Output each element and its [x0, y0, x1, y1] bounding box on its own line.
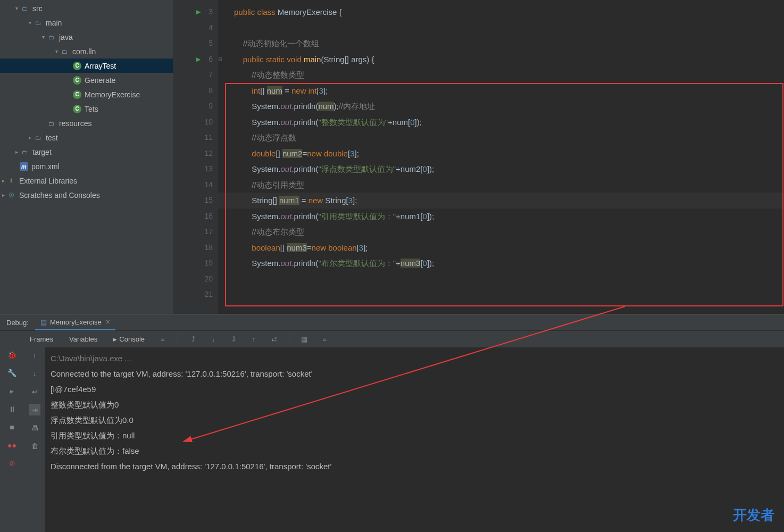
folder-src-icon: 🗀: [33, 18, 43, 28]
code-line-6[interactable]: public static void main(String[] args) {: [234, 52, 784, 68]
debug-header: Debug: ▤ MemoryExercise ×: [0, 314, 784, 330]
tree-scratches[interactable]: ⦿Scratches and Consoles: [0, 188, 173, 202]
tree-src[interactable]: 🗀src: [0, 1, 173, 15]
tree-file-MemoryExercise[interactable]: CMemoryExercise: [0, 87, 173, 102]
console-line: 布尔类型默认值为：false: [51, 443, 779, 459]
run-gutter-icon[interactable]: ▶: [196, 52, 201, 68]
evaluate-icon[interactable]: ▦: [299, 334, 310, 345]
soft-wrap-icon[interactable]: ↩: [29, 386, 40, 397]
tree-file-ArrayTest[interactable]: CArrayTest: [0, 59, 173, 73]
drop-frame-icon[interactable]: ⇄: [269, 334, 279, 345]
stop-icon[interactable]: ■: [7, 422, 18, 433]
up-icon[interactable]: ↑: [29, 350, 40, 361]
down-icon[interactable]: ↓: [29, 368, 40, 379]
editor-gutter: ▶345▶⊟6789101112131415161718192021: [173, 0, 218, 314]
breakpoints-icon[interactable]: ●●: [7, 440, 18, 451]
scratches-icon: ⦿: [6, 190, 16, 200]
tree-file-Generate[interactable]: CGenerate: [0, 73, 173, 87]
tree-file-Tets[interactable]: CTets: [0, 102, 173, 116]
tree-test[interactable]: 🗀test: [0, 130, 173, 145]
console-line: C:\Java\bin\java.exe ...: [51, 351, 779, 366]
code-line-7[interactable]: //动态整数类型: [234, 67, 784, 83]
debug-tab-label: MemoryExercise: [50, 318, 102, 326]
debug-left-toolbar: 🐞 🔧 ▸ ⏸ ■ ●● ⊘: [0, 347, 24, 532]
resume-icon[interactable]: ▸: [7, 386, 18, 396]
run-config-icon: ▤: [40, 318, 47, 326]
tree-label: main: [46, 19, 62, 27]
project-tree[interactable]: 🗀src🗀main🗀java🗀com.llnCArrayTestCGenerat…: [0, 0, 173, 314]
tree-label: src: [32, 4, 43, 13]
tree-extlib[interactable]: ⫴External Libraries: [0, 173, 173, 188]
list-icon[interactable]: ≡: [157, 334, 168, 345]
code-line-3[interactable]: public class MemoryExercise {: [234, 4, 784, 20]
mute-bp-icon[interactable]: ⊘: [7, 458, 18, 469]
chevron-icon: [53, 48, 60, 54]
code-line-4[interactable]: [234, 20, 784, 36]
class-icon: C: [73, 76, 81, 85]
tree-label: pom.xml: [31, 162, 60, 171]
chevron-icon: [0, 178, 6, 184]
tree-label: resources: [59, 119, 91, 128]
debug-icon[interactable]: 🐞: [7, 350, 18, 360]
folder-icon: 🗀: [46, 119, 56, 128]
tree-label: Generate: [85, 76, 115, 85]
folder-src-icon: 🗀: [20, 4, 29, 13]
chevron-icon: [0, 192, 6, 198]
tree-label: MemoryExercise: [85, 90, 140, 99]
chevron-icon: [40, 34, 46, 40]
tab-frames[interactable]: Frames: [27, 333, 56, 345]
wrench-icon[interactable]: 🔧: [7, 368, 18, 378]
lib-icon: ⫴: [6, 176, 16, 186]
console-line: 整数类型默认值为0: [51, 397, 779, 412]
tree-main[interactable]: 🗀main: [0, 15, 173, 30]
code-line-5[interactable]: //动态初始化一个数组: [234, 36, 784, 52]
code-editor[interactable]: ▶345▶⊟6789101112131415161718192021 publi…: [173, 0, 784, 314]
debug-config-tab[interactable]: ▤ MemoryExercise ×: [35, 314, 115, 330]
tab-variables[interactable]: Variables: [66, 333, 101, 345]
pause-icon[interactable]: ⏸: [7, 404, 18, 414]
chevron-icon: [13, 5, 20, 11]
console-line: Connected to the target VM, address: '12…: [51, 366, 779, 381]
tree-label: Tets: [85, 105, 98, 113]
chevron-icon: [13, 149, 20, 155]
class-icon: C: [73, 90, 81, 99]
console-left-toolbar: ↑ ↓ ↩ ⇥ 🖶 🗑: [24, 347, 45, 532]
trace-icon[interactable]: ≡: [319, 334, 330, 345]
tree-label: com.lln: [72, 47, 96, 56]
tree-pom[interactable]: mpom.xml: [0, 159, 173, 173]
run-gutter-icon[interactable]: ▶: [196, 4, 201, 20]
chevron-icon: [27, 135, 33, 140]
debug-label: Debug:: [0, 319, 35, 327]
tree-label: Scratches and Consoles: [19, 191, 100, 200]
scroll-end-icon[interactable]: ⇥: [29, 404, 40, 415]
force-step-into-icon[interactable]: ⇩: [228, 334, 239, 345]
debug-panel: Debug: ▤ MemoryExercise × Frames Variabl…: [0, 314, 784, 532]
tab-console[interactable]: ▸Console: [110, 333, 148, 345]
main-split: 🗀src🗀main🗀java🗀com.llnCArrayTestCGenerat…: [0, 0, 784, 314]
clear-icon[interactable]: 🗑: [29, 440, 40, 452]
chevron-icon: [27, 20, 33, 26]
tree-java[interactable]: 🗀java: [0, 30, 173, 44]
play-icon: ▸: [113, 335, 117, 343]
tree-target[interactable]: 🗀target: [0, 145, 173, 159]
tree-label: ArrayTest: [85, 62, 116, 70]
step-into-icon[interactable]: ↓: [208, 334, 219, 345]
class-icon: C: [73, 62, 81, 70]
console-output[interactable]: C:\Java\bin\java.exe ...Connected to the…: [45, 347, 784, 532]
console-line: [I@7cef4e59: [51, 381, 779, 397]
step-out-icon[interactable]: ↑: [248, 334, 259, 345]
tree-label: External Libraries: [19, 177, 77, 185]
debug-toolbar: Frames Variables ▸Console ≡ ⤴ ↓ ⇩ ↑ ⇄ ▦ …: [0, 330, 784, 347]
folder-icon: 🗀: [33, 133, 43, 143]
annotation-box: [225, 83, 783, 306]
tree-pkg[interactable]: 🗀com.lln: [0, 44, 173, 59]
console-line: 引用类型默认值为：null: [51, 428, 779, 443]
maven-icon: m: [20, 162, 28, 171]
console-line: 浮点数类型默认值为0.0: [51, 412, 779, 428]
tree-label: target: [32, 148, 52, 156]
console-line: Disconnected from the target VM, address…: [51, 459, 779, 474]
step-over-icon[interactable]: ⤴: [188, 334, 198, 345]
close-icon[interactable]: ×: [106, 318, 110, 326]
tree-resources[interactable]: 🗀resources: [0, 116, 173, 130]
print-icon[interactable]: 🖶: [29, 422, 40, 434]
